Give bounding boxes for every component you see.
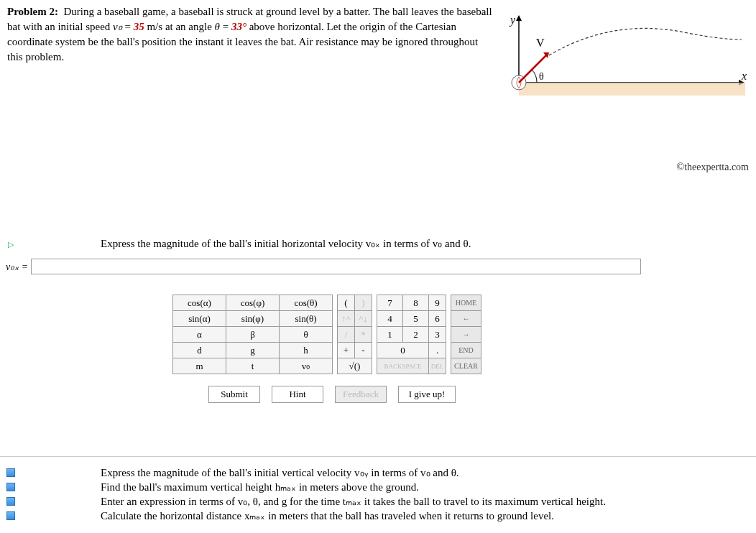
part-prompt: Express the magnitude of the ball's init…	[22, 237, 471, 250]
key-divide[interactable]: /	[338, 327, 355, 343]
key-backspace[interactable]: BACKSPACE	[377, 358, 429, 374]
x-axis-label: x	[741, 70, 747, 82]
key-del[interactable]: DEL	[429, 358, 446, 374]
key-v0[interactable]: v₀	[280, 358, 333, 374]
number-keys: 789 456 123 0. BACKSPACEDEL	[377, 295, 446, 374]
key-7[interactable]: 7	[377, 295, 403, 311]
key-0[interactable]: 0	[377, 343, 429, 358]
key-5[interactable]: 5	[403, 311, 429, 327]
key-minus[interactable]: -	[355, 343, 372, 358]
key-6[interactable]: 6	[429, 311, 446, 327]
key-right[interactable]: →	[451, 327, 481, 343]
velocity-label: V	[536, 37, 545, 49]
answer-input[interactable]	[31, 259, 641, 274]
key-end[interactable]: END	[451, 343, 481, 358]
feedback-button: Feedback	[335, 386, 387, 403]
key-clear[interactable]: CLEAR	[451, 358, 481, 374]
key-3[interactable]: 3	[429, 327, 446, 343]
key-dot[interactable]: .	[429, 343, 446, 358]
part-box-icon[interactable]	[6, 483, 15, 491]
key-cos-theta[interactable]: cos(θ)	[280, 295, 333, 311]
svg-rect-4	[519, 83, 745, 96]
y-axis-label: y	[509, 14, 516, 27]
key-g[interactable]: g	[226, 343, 280, 358]
key-d[interactable]: d	[173, 343, 226, 358]
key-sub[interactable]: ^↓	[355, 311, 372, 327]
play-icon: ▷	[8, 240, 14, 249]
key-sin-phi[interactable]: sin(φ)	[226, 311, 280, 327]
list-item: Find the ball's maximum vertical height …	[0, 480, 756, 494]
problem-statement: Problem 2: During a baseball game, a bas…	[0, 0, 503, 65]
key-8[interactable]: 8	[403, 295, 429, 311]
key-alpha[interactable]: α	[173, 327, 226, 343]
part-box-icon[interactable]	[6, 511, 15, 520]
key-theta[interactable]: θ	[280, 327, 333, 343]
key-cos-phi[interactable]: cos(φ)	[226, 295, 280, 311]
key-mult[interactable]: *	[355, 327, 372, 343]
giveup-button[interactable]: I give up!	[398, 386, 456, 403]
key-2[interactable]: 2	[403, 327, 429, 343]
key-m[interactable]: m	[173, 358, 226, 374]
svg-marker-1	[516, 15, 522, 21]
key-cos-alpha[interactable]: cos(α)	[173, 295, 226, 311]
nav-keys: HOME ← → END CLEAR	[451, 295, 481, 374]
list-item: Express the magnitude of the ball's init…	[0, 465, 756, 480]
list-item: Enter an expression in terms of v₀, θ, a…	[0, 494, 756, 509]
key-9[interactable]: 9	[429, 295, 446, 311]
part-box-icon[interactable]	[6, 497, 15, 506]
list-item: Calculate the horizontal distance xₘₐₓ i…	[0, 509, 756, 523]
key-plus[interactable]: +	[338, 343, 355, 358]
projectile-diagram: y x V θ	[504, 11, 749, 104]
key-open-paren[interactable]: (	[338, 295, 355, 311]
key-1[interactable]: 1	[377, 327, 403, 343]
other-parts: Express the magnitude of the ball's init…	[0, 456, 756, 523]
angle-label: θ	[539, 71, 544, 82]
key-close-paren[interactable]: )	[355, 295, 372, 311]
key-4[interactable]: 4	[377, 311, 403, 327]
symbol-keys: () ↑^^↓ /* +- √()	[337, 295, 372, 374]
function-keys: cos(α)cos(φ)cos(θ) sin(α)sin(φ)sin(θ) αβ…	[172, 295, 333, 374]
hint-button[interactable]: Hint	[272, 386, 323, 403]
key-sqrt[interactable]: √()	[338, 358, 372, 374]
part-box-icon[interactable]	[6, 468, 15, 477]
key-h[interactable]: h	[280, 343, 333, 358]
key-sup[interactable]: ↑^	[338, 311, 355, 327]
variable-label: v₀ₓ =	[6, 261, 28, 273]
key-sin-theta[interactable]: sin(θ)	[280, 311, 333, 327]
key-sin-alpha[interactable]: sin(α)	[173, 311, 226, 327]
problem-title: Problem 2:	[7, 6, 58, 17]
key-left[interactable]: ←	[451, 311, 481, 327]
key-beta[interactable]: β	[226, 327, 280, 343]
key-t[interactable]: t	[226, 358, 280, 374]
submit-button[interactable]: Submit	[208, 386, 260, 403]
keypad: cos(α)cos(φ)cos(θ) sin(α)sin(φ)sin(θ) αβ…	[172, 295, 756, 374]
copyright-text: ©theexpertta.com	[677, 162, 749, 173]
key-home[interactable]: HOME	[451, 295, 481, 311]
